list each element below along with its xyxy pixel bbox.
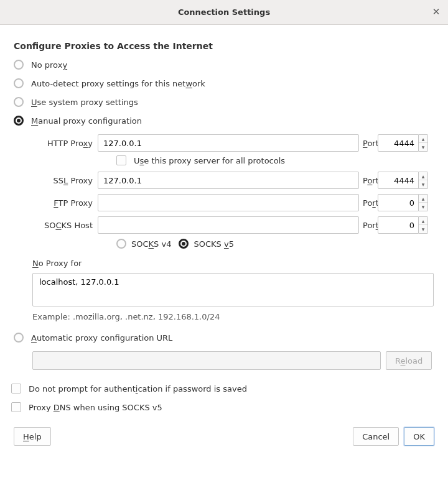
socks-proxy-label: SOCKS Host [32, 221, 98, 230]
ftp-proxy-label: FTP Proxy [32, 198, 98, 208]
spin-up-icon[interactable]: ▲ [419, 172, 427, 180]
radio-label: SOCKS v5 [194, 239, 233, 249]
checkbox-label: Use this proxy server for all protocols [134, 156, 285, 165]
pac-row: Reload [32, 351, 434, 370]
http-proxy-row: HTTP Proxy Port ▲▼ [32, 134, 434, 152]
port-spinner[interactable]: ▲▼ [419, 134, 428, 152]
http-proxy-label: HTTP Proxy [32, 139, 98, 148]
socks-proxy-input[interactable] [98, 216, 359, 234]
ftp-port-label: Port [359, 198, 378, 208]
ssl-proxy-label: SSL Proxy [32, 176, 98, 185]
socks-proxy-row: SOCKS Host Port ▲▼ [32, 216, 434, 234]
noproxy-example: Example: .mozilla.org, .net.nz, 192.168.… [32, 312, 434, 321]
checkbox-icon [11, 402, 21, 412]
radio-label: Use system proxy settings [31, 98, 138, 107]
help-button[interactable]: Help [14, 427, 51, 446]
socks-port-label: Port [359, 221, 378, 230]
checkbox-icon [116, 155, 126, 165]
ssl-proxy-input[interactable] [98, 172, 359, 189]
checkbox-icon [11, 384, 21, 394]
noproxy-label: No Proxy for [32, 259, 434, 268]
dialog-footer: Help Cancel OK [14, 427, 434, 446]
socks-version-row: SOCKS v4 SOCKS v5 [116, 239, 434, 249]
radio-socks-v5[interactable]: SOCKS v5 [179, 239, 233, 249]
spin-up-icon[interactable]: ▲ [419, 135, 427, 143]
ftp-port-input[interactable] [378, 194, 419, 211]
content-area: Configure Proxies to Access the Internet… [0, 25, 448, 457]
radio-label: No proxy [31, 60, 67, 70]
close-icon[interactable]: ✕ [431, 6, 442, 17]
radio-icon [14, 97, 24, 107]
radio-manual-proxy[interactable]: Manual proxy configuration [14, 116, 434, 126]
bottom-options: Do not prompt for authentication if pass… [11, 384, 434, 412]
radio-socks-v4[interactable]: SOCKS v4 [116, 239, 171, 249]
spin-down-icon[interactable]: ▼ [419, 203, 427, 211]
spin-down-icon[interactable]: ▼ [419, 143, 427, 151]
radio-icon [14, 60, 24, 70]
ftp-proxy-row: FTP Proxy Port ▲▼ [32, 194, 434, 211]
radio-label: SOCKS v4 [131, 239, 171, 249]
radio-no-proxy[interactable]: No proxy [14, 60, 434, 70]
radio-label: Manual proxy configuration [31, 116, 142, 126]
ftp-proxy-input[interactable] [98, 194, 359, 211]
radio-auto-config-url[interactable]: Automatic proxy configuration URL [14, 333, 434, 343]
radio-label: Automatic proxy configuration URL [31, 333, 172, 343]
radio-icon [14, 116, 24, 126]
spin-down-icon[interactable]: ▼ [419, 180, 427, 188]
checkbox-label: Proxy DNS when using SOCKS v5 [29, 403, 162, 412]
port-spinner[interactable]: ▲▼ [419, 216, 428, 234]
ok-button[interactable]: OK [404, 427, 434, 446]
section-heading: Configure Proxies to Access the Internet [14, 41, 434, 51]
spin-up-icon[interactable]: ▲ [419, 195, 427, 203]
pac-url-input [32, 351, 381, 370]
noproxy-textarea[interactable]: localhost, 127.0.0.1 [32, 273, 434, 306]
radio-icon [116, 239, 126, 249]
titlebar: Connection Settings ✕ [0, 0, 448, 25]
footer-right: Cancel OK [353, 427, 434, 446]
use-all-protocols-row[interactable]: Use this proxy server for all protocols [116, 155, 434, 165]
port-spinner[interactable]: ▲▼ [419, 194, 428, 211]
cancel-button[interactable]: Cancel [353, 427, 399, 446]
radio-icon [14, 78, 24, 88]
http-proxy-input[interactable] [98, 134, 359, 152]
reload-button: Reload [386, 351, 432, 370]
radio-auto-detect[interactable]: Auto-detect proxy settings for this netw… [14, 78, 434, 88]
checkbox-label: Do not prompt for authentication if pass… [29, 384, 247, 394]
radio-label: Auto-detect proxy settings for this netw… [31, 79, 205, 88]
socks-port-input[interactable] [378, 216, 419, 234]
radio-system-proxy[interactable]: Use system proxy settings [14, 97, 434, 107]
proxy-config-table: HTTP Proxy Port ▲▼ Use this proxy server… [32, 134, 434, 249]
noproxy-section: No Proxy for localhost, 127.0.0.1 Exampl… [32, 259, 434, 321]
proxy-dns-row[interactable]: Proxy DNS when using SOCKS v5 [11, 402, 434, 412]
port-spinner[interactable]: ▲▼ [419, 172, 428, 189]
spin-up-icon[interactable]: ▲ [419, 217, 427, 225]
window-title: Connection Settings [178, 7, 270, 17]
radio-icon [179, 239, 189, 249]
spin-down-icon[interactable]: ▼ [419, 225, 427, 233]
ssl-proxy-row: SSL Proxy Port ▲▼ [32, 172, 434, 189]
http-port-label: Port [359, 139, 378, 148]
no-prompt-auth-row[interactable]: Do not prompt for authentication if pass… [11, 384, 434, 394]
http-port-input[interactable] [378, 134, 419, 152]
radio-icon [14, 333, 24, 343]
ssl-port-label: Port [359, 176, 378, 185]
ssl-port-input[interactable] [378, 172, 419, 189]
